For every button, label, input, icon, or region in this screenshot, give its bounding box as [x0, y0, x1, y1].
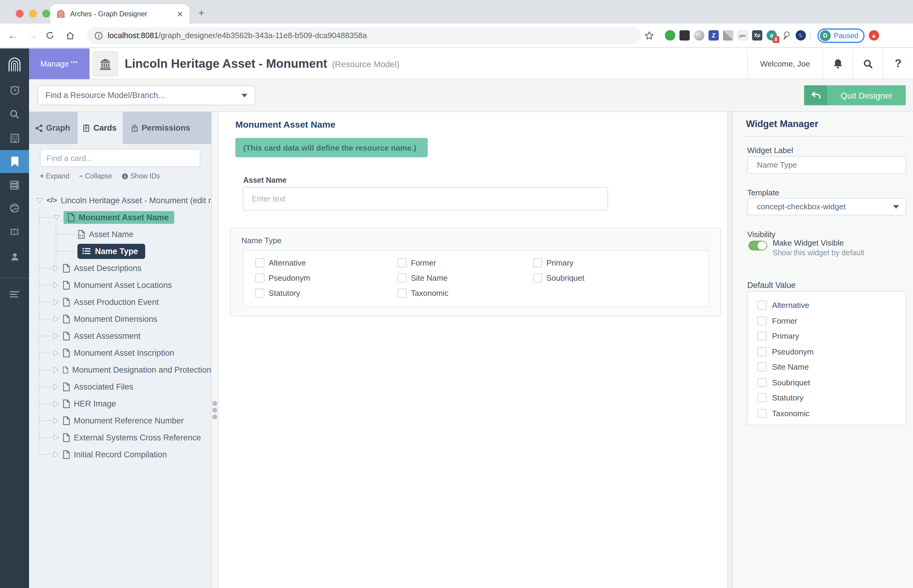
- checkbox[interactable]: [255, 289, 264, 298]
- expand-all-button[interactable]: +Expand: [40, 173, 69, 180]
- checkbox[interactable]: [758, 378, 767, 387]
- home-icon[interactable]: [65, 31, 80, 40]
- global-search-button[interactable]: [853, 48, 883, 79]
- chevron-right-icon[interactable]: [53, 282, 59, 288]
- menu-nav-icon[interactable]: [0, 283, 29, 306]
- tree-item-card[interactable]: Associated Files: [29, 378, 211, 395]
- checkbox-option[interactable]: Taxonomic: [398, 289, 533, 298]
- z-extension-icon[interactable]: Z: [708, 30, 719, 40]
- robot-extension-icon[interactable]: [679, 30, 690, 40]
- chevron-right-icon[interactable]: [53, 315, 59, 322]
- chevron-right-icon[interactable]: [53, 434, 59, 441]
- tree-item-card[interactable]: External Systems Cross Reference: [29, 429, 211, 446]
- checkbox-option[interactable]: Primary: [533, 258, 708, 267]
- template-select[interactable]: concept-checkbox-widget: [747, 198, 907, 215]
- visibility-toggle[interactable]: [748, 241, 767, 250]
- sphere-extension-icon[interactable]: [694, 30, 704, 40]
- checkbox-option[interactable]: Alternative: [255, 258, 398, 267]
- chevron-expanded-icon[interactable]: [53, 215, 60, 220]
- checkbox-option[interactable]: Soubriquet: [758, 375, 906, 390]
- provisional-edits-nav-icon[interactable]: [0, 220, 29, 243]
- close-tab-icon[interactable]: ✕: [177, 10, 183, 18]
- tree-item-root[interactable]: </> Lincoln Heritage Asset - Monument (e…: [29, 192, 211, 209]
- minimize-window-button[interactable]: [29, 10, 37, 18]
- tree-item-card[interactable]: HER Image: [29, 395, 211, 412]
- checkbox[interactable]: [398, 258, 407, 267]
- profile-nav-icon[interactable]: [0, 245, 29, 268]
- grid-extension-icon[interactable]: [723, 30, 733, 40]
- checkbox-option[interactable]: Pseudonym: [758, 344, 906, 359]
- panel-resize-handle[interactable]: [211, 112, 218, 588]
- checkbox-option[interactable]: Alternative: [758, 298, 906, 313]
- checkbox-option[interactable]: Site Name: [758, 359, 906, 375]
- graph-designer-nav-icon[interactable]: [0, 150, 29, 173]
- chevron-right-icon[interactable]: [53, 400, 59, 407]
- close-window-button[interactable]: [16, 10, 24, 18]
- checkbox[interactable]: [758, 347, 767, 356]
- checkbox-option[interactable]: Soubriquet: [533, 273, 708, 283]
- asset-name-input[interactable]: [242, 187, 608, 210]
- geojson-extension-icon[interactable]: geo: [737, 30, 748, 40]
- archive-extension-icon[interactable]: a8: [767, 30, 777, 40]
- chevron-right-icon[interactable]: [53, 451, 59, 458]
- browser-tab[interactable]: Arches - Graph Designer ✕: [50, 4, 189, 24]
- checkbox[interactable]: [255, 273, 264, 283]
- tree-item-card[interactable]: Asset Descriptions: [29, 260, 211, 276]
- tab-cards[interactable]: Cards: [78, 112, 123, 144]
- checkbox-option[interactable]: Primary: [758, 328, 906, 344]
- checkbox[interactable]: [398, 289, 407, 298]
- xp-extension-icon[interactable]: Xp: [752, 30, 762, 40]
- chevron-right-icon[interactable]: [53, 417, 59, 424]
- checkbox[interactable]: [758, 363, 767, 372]
- zoom-window-button[interactable]: [42, 10, 50, 18]
- checkbox-option[interactable]: Former: [758, 313, 906, 328]
- tree-item-card[interactable]: Monument Reference Number: [29, 412, 211, 429]
- collapse-all-button[interactable]: −Collapse: [79, 173, 112, 180]
- recent-activity-icon[interactable]: [0, 78, 29, 101]
- chevron-right-icon[interactable]: [53, 349, 59, 356]
- checkbox[interactable]: [758, 409, 767, 418]
- checkbox-option[interactable]: Statutory: [758, 390, 906, 405]
- chevron-right-icon[interactable]: [53, 366, 59, 373]
- evernote-extension-icon[interactable]: [665, 30, 675, 40]
- tree-item-node[interactable]: Asset Name: [29, 226, 211, 242]
- checkbox[interactable]: [758, 394, 767, 402]
- tree-item-card[interactable]: Initial Record Compilation: [29, 446, 211, 463]
- search-nav-icon[interactable]: [0, 103, 29, 126]
- tree-item-card[interactable]: Monument Dimensions: [29, 310, 211, 327]
- globe-extension-icon[interactable]: [796, 30, 806, 40]
- welcome-user-button[interactable]: Welcome, Joe: [747, 48, 822, 79]
- chevron-right-icon[interactable]: [53, 333, 59, 339]
- help-button[interactable]: ?: [883, 48, 913, 79]
- tree-item-card[interactable]: Monument Asset Inscription: [29, 344, 211, 361]
- tree-item-card[interactable]: Asset Production Event: [29, 293, 211, 310]
- notifications-button[interactable]: [822, 48, 853, 79]
- tab-permissions[interactable]: Permissions: [123, 112, 211, 144]
- checkbox-option[interactable]: Taxonomic: [758, 405, 906, 421]
- arches-logo[interactable]: [6, 56, 23, 73]
- checkbox[interactable]: [255, 258, 264, 267]
- resource-library-icon[interactable]: [0, 126, 29, 149]
- chevron-right-icon[interactable]: [53, 299, 59, 305]
- tree-item-card[interactable]: Monument Designation and Protection: [29, 361, 211, 378]
- checkbox[interactable]: [533, 258, 542, 267]
- url-bar[interactable]: localhost:8081/graph_designer/e4b3562b-3…: [87, 27, 641, 44]
- update-extension-icon[interactable]: ▲: [869, 30, 879, 40]
- find-model-dropdown[interactable]: Find a Resource Model/Branch...: [37, 85, 255, 105]
- checkbox-option[interactable]: Statutory: [255, 289, 398, 298]
- tree-item-card[interactable]: Monument Asset Locations: [29, 276, 211, 293]
- find-card-input[interactable]: [40, 149, 200, 167]
- chevron-expanded-icon[interactable]: [36, 197, 43, 203]
- tree-item-node-selected[interactable]: Name Type: [29, 242, 211, 260]
- database-nav-icon[interactable]: [0, 174, 29, 197]
- checkbox-option[interactable]: Pseudonym: [255, 273, 398, 283]
- tab-graph[interactable]: Graph: [29, 112, 78, 144]
- widget-label-input[interactable]: [747, 156, 907, 174]
- chevron-right-icon[interactable]: [53, 383, 59, 390]
- checkbox-option[interactable]: Site Name: [398, 273, 533, 283]
- tree-item-card[interactable]: Asset Assessment: [29, 327, 211, 344]
- checkbox-option[interactable]: Former: [398, 258, 533, 267]
- manage-menu-button[interactable]: Manage•••: [29, 48, 90, 79]
- checkbox[interactable]: [758, 332, 767, 341]
- person-search-extension-icon[interactable]: [781, 30, 792, 40]
